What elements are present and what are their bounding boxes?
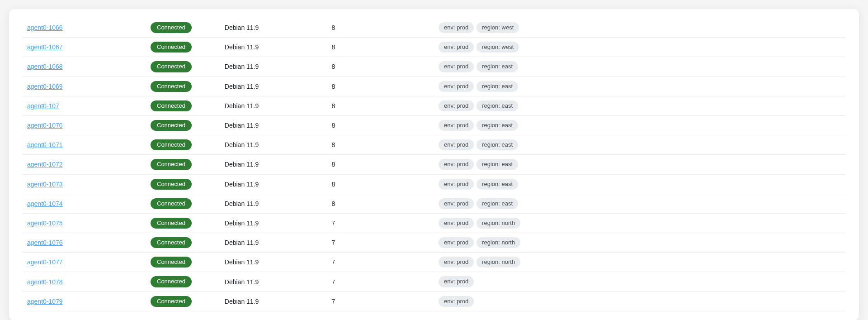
status-badge: Connected: [151, 22, 192, 33]
agents-card: agent0-1066ConnectedDebian 11.98env: pro…: [9, 9, 859, 320]
cell-agent-name: agent0-1075: [23, 213, 146, 233]
status-badge: Connected: [151, 100, 192, 111]
cell-tags: env: prodregion: west: [434, 38, 845, 57]
cell-status: Connected: [146, 272, 220, 291]
cell-agent-name: agent0-107: [23, 96, 146, 115]
cell-status: Connected: [146, 155, 220, 174]
table-row: agent0-1079ConnectedDebian 11.97env: pro…: [23, 291, 845, 311]
cell-status: Connected: [146, 194, 220, 213]
status-badge: Connected: [151, 81, 192, 92]
status-badge: Connected: [151, 139, 192, 150]
tag-pill: env: prod: [439, 42, 474, 53]
agent-link[interactable]: agent0-1074: [27, 200, 63, 207]
count-text: 7: [331, 220, 335, 227]
tag-pill: region: north: [476, 257, 520, 267]
os-text: Debian 11.9: [225, 102, 259, 110]
tag-pill: region: north: [476, 237, 520, 248]
tag-pill: env: prod: [439, 100, 474, 111]
agent-link[interactable]: agent0-1079: [27, 298, 63, 305]
agent-link[interactable]: agent0-1073: [27, 181, 63, 188]
cell-agent-name: agent0-1071: [23, 135, 146, 155]
os-text: Debian 11.9: [225, 200, 259, 207]
table-row: agent0-1069ConnectedDebian 11.98env: pro…: [23, 76, 845, 96]
count-text: 8: [331, 161, 335, 168]
cell-tags: env: prodregion: east: [434, 194, 845, 213]
tag-pill: env: prod: [439, 159, 474, 170]
cell-tags: env: prodregion: west: [434, 18, 845, 38]
os-text: Debian 11.9: [225, 122, 259, 129]
cell-os: Debian 11.9: [220, 18, 327, 38]
agent-link[interactable]: agent0-1077: [27, 258, 63, 266]
cell-tags: env: prodregion: east: [434, 174, 845, 194]
cell-status: Connected: [146, 76, 220, 96]
cell-status: Connected: [146, 291, 220, 311]
cell-status: Connected: [146, 233, 220, 253]
count-text: 8: [331, 24, 335, 31]
tag-pill: env: prod: [439, 237, 474, 248]
os-text: Debian 11.9: [225, 278, 259, 286]
cell-status: Connected: [146, 18, 220, 38]
cell-count: 8: [327, 76, 434, 96]
table-row: agent0-1067ConnectedDebian 11.98env: pro…: [23, 38, 845, 57]
cell-os: Debian 11.9: [220, 213, 327, 233]
tag-pill: region: east: [476, 61, 518, 72]
cell-agent-name: agent0-1067: [23, 38, 146, 57]
agent-link[interactable]: agent0-1075: [27, 220, 63, 227]
count-text: 8: [331, 141, 335, 148]
cell-os: Debian 11.9: [220, 76, 327, 96]
cell-count: 7: [327, 272, 434, 291]
cell-tags: env: prodregion: east: [434, 155, 845, 174]
table-row: agent0-107ConnectedDebian 11.98env: prod…: [23, 96, 845, 115]
cell-count: 8: [327, 96, 434, 115]
table-row: agent0-1076ConnectedDebian 11.97env: pro…: [23, 233, 845, 253]
status-badge: Connected: [151, 218, 192, 229]
status-badge: Connected: [151, 120, 192, 131]
tag-pill: env: prod: [439, 257, 474, 267]
agent-link[interactable]: agent0-1069: [27, 83, 63, 90]
os-text: Debian 11.9: [225, 24, 259, 31]
count-text: 8: [331, 102, 335, 110]
cell-count: 7: [327, 213, 434, 233]
tag-pill: env: prod: [439, 22, 474, 33]
count-text: 7: [331, 239, 335, 246]
tag-pill: region: west: [476, 42, 519, 53]
cell-count: 7: [327, 233, 434, 253]
count-text: 8: [331, 200, 335, 207]
cell-count: 7: [327, 291, 434, 311]
agent-link[interactable]: agent0-1066: [27, 24, 63, 31]
agent-link[interactable]: agent0-1068: [27, 63, 63, 70]
cell-os: Debian 11.9: [220, 57, 327, 76]
agent-link[interactable]: agent0-1072: [27, 161, 63, 168]
tag-pill: region: east: [476, 120, 518, 131]
cell-status: Connected: [146, 135, 220, 155]
agent-link[interactable]: agent0-107: [27, 102, 59, 110]
cell-agent-name: agent0-1077: [23, 253, 146, 272]
cell-count: 8: [327, 135, 434, 155]
tag-pill: env: prod: [439, 276, 474, 287]
cell-os: Debian 11.9: [220, 194, 327, 213]
tag-pill: env: prod: [439, 198, 474, 209]
cell-status: Connected: [146, 96, 220, 115]
cell-status: Connected: [146, 253, 220, 272]
cell-status: Connected: [146, 174, 220, 194]
os-text: Debian 11.9: [225, 83, 259, 90]
cell-status: Connected: [146, 57, 220, 76]
agent-link[interactable]: agent0-1067: [27, 43, 63, 51]
table-row: agent0-1074ConnectedDebian 11.98env: pro…: [23, 194, 845, 213]
tag-pill: env: prod: [439, 179, 474, 190]
cell-os: Debian 11.9: [220, 155, 327, 174]
count-text: 8: [331, 43, 335, 51]
table-row: agent0-1072ConnectedDebian 11.98env: pro…: [23, 155, 845, 174]
cell-count: 8: [327, 194, 434, 213]
cell-tags: env: prodregion: east: [434, 57, 845, 76]
agent-link[interactable]: agent0-1076: [27, 239, 63, 246]
agent-link[interactable]: agent0-1078: [27, 278, 63, 286]
tag-pill: region: east: [476, 139, 518, 150]
cell-tags: env: prodregion: east: [434, 115, 845, 135]
tag-pill: env: prod: [439, 139, 474, 150]
cell-agent-name: agent0-1070: [23, 115, 146, 135]
agent-link[interactable]: agent0-1070: [27, 122, 63, 129]
cell-os: Debian 11.9: [220, 233, 327, 253]
agent-link[interactable]: agent0-1071: [27, 141, 63, 148]
table-row: agent0-1070ConnectedDebian 11.98env: pro…: [23, 115, 845, 135]
